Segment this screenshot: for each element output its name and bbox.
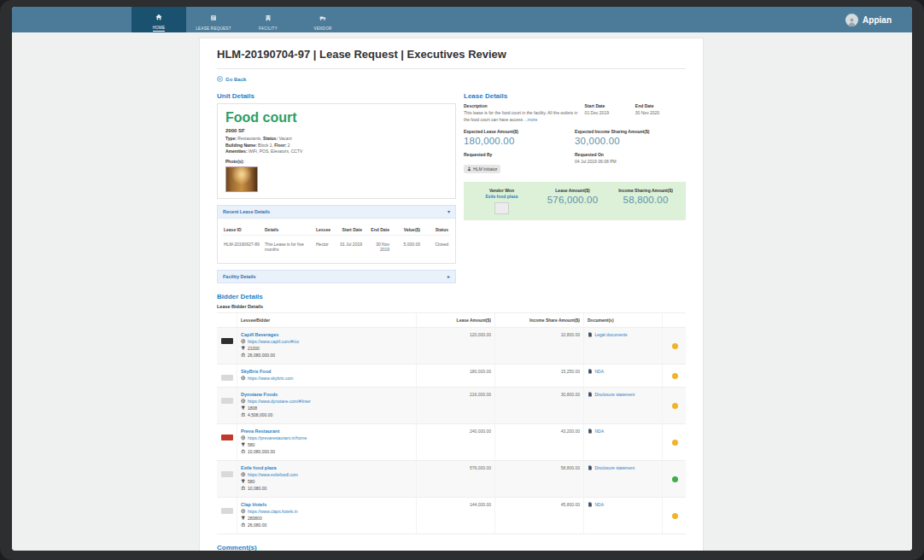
bidder-url-link[interactable]: https://www.dynotane.com/#/inter: [248, 399, 311, 404]
bank-icon: [241, 412, 246, 418]
description-label: Description: [464, 103, 580, 108]
bidder-name-link[interactable]: Exile food plaza: [241, 465, 412, 470]
expected-lease-amount-value: 180,000.00: [464, 136, 575, 146]
column-header-status: [663, 313, 687, 327]
unit-details-card: Food court 2000 SF Type: Restaurants, St…: [217, 103, 456, 199]
end-date-value: 30 Nov 2020: [635, 110, 686, 117]
unit-floor-value: 2: [288, 143, 290, 148]
recent-lease-accordion[interactable]: Recent Lease Details ▾: [217, 205, 456, 219]
trophy-icon: [241, 405, 246, 411]
trophy-icon: [241, 479, 246, 485]
bidder-document-link[interactable]: Disclosure statement: [595, 465, 635, 470]
column-header: Income Share Amount($): [495, 313, 584, 327]
unit-photos-label: Photo(s):: [225, 159, 447, 164]
column-header: Lessee: [314, 225, 338, 236]
more-link[interactable]: ...more: [524, 117, 538, 122]
user-avatar-icon: [845, 14, 858, 26]
document-icon: [588, 465, 593, 471]
bidder-url-link[interactable]: https://www.capill.com/#/co: [248, 339, 299, 344]
bidder-logo: [221, 471, 233, 477]
user-menu[interactable]: Appian: [845, 7, 892, 32]
bidder-name-link[interactable]: Dynotane Foods: [241, 392, 412, 397]
bidder-income-share: 43,200.00: [495, 424, 584, 460]
nav-tab-home[interactable]: HOME: [132, 7, 186, 32]
chevron-right-icon: ▸: [447, 274, 450, 279]
unit-floor-label: Floor:: [274, 143, 286, 148]
requested-by-chip[interactable]: HLM Initiator: [464, 165, 500, 173]
bidder-worth-value: 26,080.00: [248, 522, 266, 528]
bidder-name-link[interactable]: SkyBrix Food: [241, 369, 412, 374]
lease-details-heading: Lease Details: [464, 92, 686, 100]
facility-details-accordion[interactable]: Facility Details ▸: [217, 270, 456, 283]
nav-tab-vendor[interactable]: VENDOR: [295, 7, 350, 32]
document-icon: [588, 369, 593, 375]
column-header: Details: [263, 225, 314, 236]
bidder-lease-amount: 216,000.00: [417, 388, 495, 423]
nav-tab-facility[interactable]: FACILITY: [241, 7, 295, 32]
chevron-down-icon: ▾: [447, 209, 450, 214]
home-icon: [155, 9, 162, 24]
requested-on-value: 04 Jul 2019 06:08 PM: [575, 159, 686, 166]
recent-lease-accordion-title: Recent Lease Details: [223, 209, 270, 214]
status-dot-pending: [672, 513, 678, 519]
end-date-label: End Date: [635, 103, 686, 108]
bidder-logo: [221, 508, 233, 514]
bidder-url-link[interactable]: https://www.skybrix.com: [248, 376, 293, 381]
expected-income-sharing-value: 30,000.00: [575, 136, 686, 146]
bidder-url-link[interactable]: https://www.claps.hotels.in: [248, 509, 298, 514]
bidder-worth-value: 10,080.00: [248, 486, 266, 491]
column-header: Start Date: [338, 225, 364, 236]
bidder-row: SkyBrix Food https://www.skybrix.com 180…: [217, 365, 686, 388]
bidder-url-link[interactable]: https://prevarestaurant.in/home: [248, 435, 307, 440]
unit-amenities-label: Amenities:: [225, 149, 248, 154]
unit-type-label: Type:: [225, 136, 237, 141]
lease-id-cell: HLM-20190627-89: [222, 236, 263, 255]
vendor-won-panel: Vendor Won Exile food plaza Lease Amount…: [464, 182, 686, 220]
globe-icon: [241, 435, 246, 441]
nav-tab-lease-request[interactable]: LEASE REQUEST: [186, 7, 241, 32]
nav-tab-label: FACILITY: [259, 26, 278, 31]
bidder-document-link[interactable]: Legal documents: [595, 332, 628, 337]
bidder-document-link[interactable]: Disclosure statement: [595, 392, 635, 397]
facility-icon: [265, 9, 272, 25]
trophy-icon: [241, 516, 246, 522]
trophy-icon: [241, 442, 246, 448]
bidder-document-link[interactable]: NDA: [595, 502, 605, 507]
main-card: HLM-20190704-97 | Lease Request | Execut…: [199, 38, 704, 551]
nav-tab-label: LEASE REQUEST: [196, 26, 231, 31]
bidder-income-share: 15,250.00: [495, 365, 584, 387]
bidder-income-share: 10,800.00: [495, 328, 584, 364]
won-income-sharing-label: Income Sharing Amount($): [611, 188, 681, 193]
bidder-worth-value: 4,508,000.00: [248, 412, 272, 417]
bidder-name-link[interactable]: Capill Beverages: [241, 332, 412, 337]
bank-icon: [241, 522, 246, 528]
bidder-logo: [221, 338, 233, 344]
bidder-name-link[interactable]: Preva Restaurant: [241, 429, 412, 434]
bidder-url-link[interactable]: https://www.exilefoodl.com: [248, 472, 298, 477]
bidder-document-link[interactable]: NDA: [595, 369, 605, 374]
go-back-link[interactable]: Go Back: [217, 76, 246, 83]
vendor-logo-thumbnail[interactable]: [494, 202, 509, 214]
requested-by-label: Requested By: [464, 152, 575, 157]
vendor-won-link[interactable]: Exile food plaza: [469, 194, 535, 199]
status-dot-pending: [672, 440, 678, 446]
bidder-document-link[interactable]: NDA: [595, 429, 605, 434]
bidder-income-share: 45,800.00: [495, 498, 584, 534]
brand-name: Appian: [863, 15, 892, 25]
document-icon: [588, 429, 593, 435]
bank-icon: [241, 449, 246, 455]
bidder-worth-value: 10,080,000.00: [248, 449, 275, 454]
bidder-count-value: 280800: [248, 516, 262, 521]
bidder-name-link[interactable]: Clap Hotels: [241, 502, 412, 507]
lease-bidder-details-label: Lease Bidder Details: [217, 304, 686, 309]
bidder-row: Capill Beverages https://www.capill.com/…: [217, 328, 686, 365]
unit-amenities-line: Amenities: WiFi, POS, Elevators, CCTV: [225, 149, 447, 154]
unit-status-value: Vacant: [278, 136, 291, 141]
bidder-lease-amount: 120,000.00: [417, 328, 495, 364]
unit-photo-thumbnail[interactable]: [225, 166, 258, 192]
comments-heading: Comment(s): [217, 544, 686, 551]
bidder-lease-amount: 144,000.00: [417, 498, 495, 534]
expected-income-sharing-label: Expected Income Sharing Amount($): [575, 129, 686, 134]
status-cell: Closed: [422, 236, 450, 255]
bidder-logo: [221, 435, 233, 440]
